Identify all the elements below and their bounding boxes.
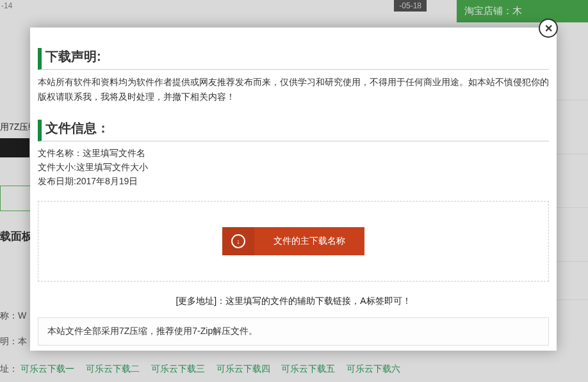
download-button-text: 文件的主下载名称: [254, 235, 364, 247]
file-size-line: 文件大小:这里填写文件大小: [38, 161, 549, 175]
download-box: ↓ 文件的主下载名称: [38, 201, 549, 282]
close-button[interactable]: ✕: [539, 19, 558, 38]
file-info-title: 文件信息：: [38, 120, 549, 141]
declaration-title: 下载声明:: [38, 48, 549, 70]
file-date-line: 发布日期:2017年8月19日: [38, 175, 549, 189]
download-icon: ↓: [231, 234, 245, 248]
compress-note: 本站文件全部采用7Z压缩，推荐使用7-Zip解压文件。: [38, 317, 549, 346]
more-links-text: [更多地址]：这里填写的文件的辅助下载链接，A标签即可！: [38, 296, 549, 307]
download-modal: ✕ 下载声明: 本站所有软件和资料均为软件作者提供或网友推荐发布而来，仅供学习和…: [30, 28, 557, 351]
declaration-text: 本站所有软件和资料均为软件作者提供或网友推荐发布而来，仅供学习和研究使用，不得用…: [38, 75, 549, 104]
download-icon-wrap: ↓: [222, 227, 254, 255]
close-icon: ✕: [544, 22, 553, 35]
file-name-line: 文件名称：这里填写文件名: [38, 147, 549, 161]
primary-download-button[interactable]: ↓ 文件的主下载名称: [222, 227, 364, 255]
